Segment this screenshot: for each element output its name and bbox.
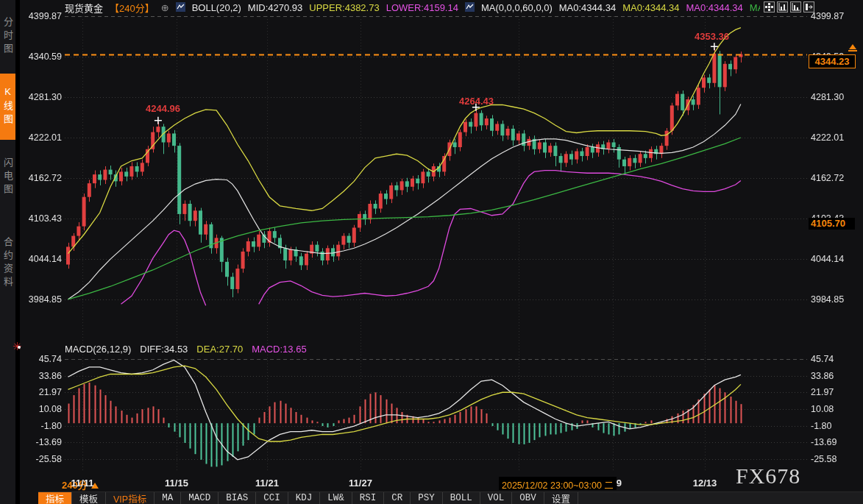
header-item-13: MA60:4 — [750, 2, 760, 13]
axis-tick-label: 33.86 — [22, 371, 62, 381]
axis-tick-label: 4103.43 — [22, 213, 62, 224]
pin-icon[interactable]: ⊕ — [161, 2, 169, 13]
axis-tick-label: -1.80 — [811, 421, 859, 431]
move-tool-icon[interactable] — [764, 1, 775, 13]
indicator-header: 现货黄金【240分】⊕BOLL(20,2)MID:4270.93UPPER:43… — [65, 1, 760, 14]
axis-tick-label: 4222.01 — [22, 132, 62, 143]
sparkline-icon — [176, 2, 185, 14]
toolbar-item-1[interactable]: 模板 — [72, 492, 106, 504]
axis-tick-label: 4340.59 — [22, 52, 62, 62]
axis-tick-label: -25.58 — [811, 454, 859, 464]
axis-tick-label: 4044.14 — [811, 254, 859, 264]
axis-tick-label: 45.74 — [22, 354, 62, 364]
axis-tick-label: 3984.85 — [811, 294, 859, 305]
header-item-7: LOWER:4159.14 — [386, 2, 458, 13]
axis-tick-label: 4281.30 — [811, 92, 859, 102]
macd-header-item-1: DIFF:34.53 — [140, 344, 188, 355]
axis-tick-label: 4162.72 — [811, 173, 859, 183]
toolbar-item-5[interactable]: BIAS — [219, 492, 256, 504]
header-item-1: 【240分】 — [110, 1, 155, 14]
header-item-12: MA0:4344.34 — [686, 2, 742, 13]
axis-tick-label: 10.08 — [22, 404, 62, 414]
axis-tick-label: 4044.14 — [22, 254, 62, 264]
axis-tick-label: 21.97 — [811, 387, 859, 397]
extreme-price-annotation: 4264.43 — [459, 96, 494, 107]
axis-tick-label: -25.58 — [22, 454, 62, 464]
axis-tick-label: -13.69 — [811, 437, 859, 447]
date-tick-label: 11/27 — [349, 478, 372, 489]
toolbar-item-7[interactable]: KDJ — [288, 492, 321, 504]
toolbar-item-4[interactable]: MACD — [181, 492, 219, 504]
extreme-price-annotation: 4244.96 — [146, 103, 180, 114]
sidebar-tab-0[interactable]: 分时图 — [0, 3, 15, 71]
axis-tick-label: 4222.01 — [811, 132, 859, 143]
axis-tick-label: 4162.72 — [22, 173, 62, 183]
axis-tick-label: 21.97 — [22, 387, 62, 397]
toolbar-item-6[interactable]: CCI — [256, 492, 288, 504]
x-axis-row: 240分 11/1111/1511/2111/27/0912/13 2025/1… — [0, 475, 863, 491]
header-item-0: 现货黄金 — [65, 1, 103, 14]
sidebar-tab-2[interactable]: 闪电图 — [0, 143, 15, 212]
date-tick-label: 11/15 — [165, 478, 188, 489]
axis-tick-label: 4399.87 — [22, 11, 62, 21]
macd-header-item-2: DEA:27.70 — [196, 344, 243, 355]
toolbar-item-15[interactable]: 设置 — [544, 492, 578, 504]
date-tick-label: 12/13 — [693, 478, 717, 489]
chart-type-sidebar: 分时图K线图闪电图合约资料 — [0, 0, 20, 504]
header-item-9: MA(0,0,0,60,0,0) — [481, 2, 553, 13]
toolbar-item-0[interactable]: 指标 — [38, 492, 72, 504]
toolbar-item-13[interactable]: VOL — [480, 492, 513, 504]
zoom-vertical-icon[interactable] — [777, 1, 788, 13]
axis-tick-label: 4399.87 — [811, 11, 859, 21]
axis-tick-label: -13.69 — [22, 437, 62, 447]
toolbar-item-11[interactable]: PSY — [411, 492, 443, 504]
date-tick-label: 11/11 — [71, 478, 93, 489]
chart-tool-buttons — [764, 1, 814, 13]
indicator-toolbar: 指标模板VIP指标MAMACDBIASCCIKDJLW&RSICRPSYBOLL… — [38, 491, 863, 504]
axis-tick-label: 45.74 — [811, 354, 859, 364]
brand-watermark: FX678 — [736, 464, 800, 489]
axis-tick-label: 33.86 — [811, 371, 859, 381]
toolbar-item-2[interactable]: VIP指标 — [106, 492, 155, 504]
trading-chart-app: 分时图K线图闪电图合约资料 现货黄金【240分】⊕BOLL(20,2)MID:4… — [0, 0, 863, 504]
header-item-11: MA0:4344.34 — [622, 2, 679, 13]
chart-canvas[interactable] — [0, 0, 863, 504]
toolbar-item-3[interactable]: MA — [155, 492, 181, 504]
axis-tick-label: -1.80 — [22, 421, 62, 431]
axis-tick-label: 10.08 — [811, 404, 859, 414]
toolbar-item-10[interactable]: CR — [384, 492, 411, 504]
toolbar-item-9[interactable]: RSI — [352, 492, 385, 504]
toolbar-item-14[interactable]: OBV — [512, 492, 544, 504]
pan-right-icon[interactable] — [803, 1, 814, 13]
header-item-10: MA0:4344.34 — [559, 2, 616, 13]
header-item-5: MID:4270.93 — [248, 2, 302, 13]
axis-tick-label: 3984.85 — [22, 294, 62, 305]
header-item-6: UPPER:4382.73 — [309, 2, 379, 13]
price-pin-icon[interactable] — [848, 44, 857, 53]
sidebar-tab-3[interactable]: 合约资料 — [0, 215, 15, 312]
macd-header-item-3: MACD:13.65 — [252, 344, 306, 355]
macd-header-item-0: MACD(26,12,9) — [65, 344, 131, 355]
alert-burst-icon[interactable]: ✳ — [13, 340, 26, 353]
zoom-horizontal-icon[interactable] — [790, 1, 801, 13]
sparkline-icon — [465, 2, 475, 14]
toolbar-item-8[interactable]: LW& — [320, 492, 352, 504]
macd-indicator-header: MACD(26,12,9)DIFF:34.53DEA:27.70MACD:13.… — [65, 344, 307, 355]
extreme-price-annotation: 4353.36 — [695, 31, 729, 42]
crosshair-date-tooltip: 2025/12/02 23:00~03:00 二 — [499, 477, 617, 490]
current-price-badge: 4344.23 — [809, 54, 856, 68]
date-tick-label: 11/21 — [255, 478, 279, 489]
sidebar-tab-1[interactable]: K线图 — [0, 74, 15, 140]
header-item-4: BOLL(20,2) — [192, 2, 241, 13]
secondary-price-badge: 4105.70 — [809, 218, 855, 230]
current-price-value: 4344.23 — [815, 56, 850, 67]
axis-tick-label: 4281.30 — [22, 92, 62, 102]
toolbar-item-12[interactable]: BOLL — [443, 492, 480, 504]
